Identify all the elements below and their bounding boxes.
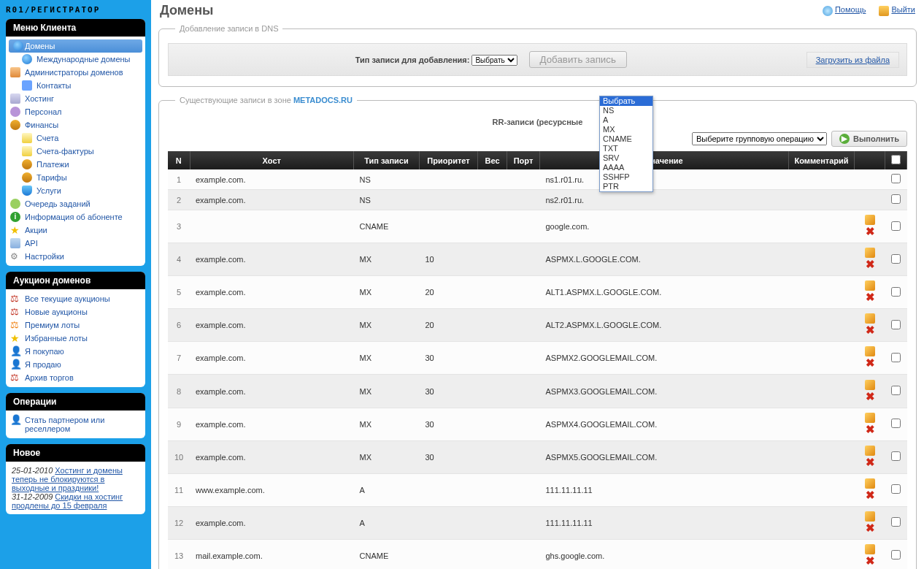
delete-icon[interactable]: ✖ bbox=[866, 423, 875, 435]
sidebar-item[interactable]: 👤Стать партнером или реселлером bbox=[6, 413, 145, 435]
load-from-file-link[interactable]: Загрузить из файла bbox=[806, 52, 899, 68]
dropdown-option[interactable]: TXT bbox=[600, 144, 652, 153]
dropdown-option[interactable]: SRV bbox=[600, 153, 652, 163]
sidebar-item[interactable]: ⚖Новые аукционы bbox=[6, 305, 145, 318]
delete-icon[interactable]: ✖ bbox=[866, 456, 875, 468]
dropdown-option[interactable]: AAAA bbox=[600, 163, 652, 172]
run-button[interactable]: ▶ Выполнить bbox=[831, 131, 907, 147]
edit-icon[interactable] bbox=[865, 280, 875, 291]
sidebar-item[interactable]: ⚖Все текущие аукционы bbox=[6, 292, 145, 305]
sidebar-item-label: Тарифы bbox=[36, 173, 67, 182]
comment-cell bbox=[789, 440, 855, 473]
weight-cell bbox=[478, 506, 507, 539]
invoice-icon bbox=[22, 146, 32, 156]
help-link[interactable]: Помощь bbox=[823, 5, 866, 15]
type-cell: MX bbox=[354, 440, 420, 473]
edit-icon[interactable] bbox=[865, 215, 875, 225]
dropdown-option[interactable]: SSHFP bbox=[600, 172, 652, 182]
table-row: 1example.com.NSns1.r01.ru. bbox=[168, 169, 907, 190]
row-checkbox[interactable] bbox=[891, 484, 901, 494]
edit-icon[interactable] bbox=[865, 313, 875, 324]
sidebar-item[interactable]: ⚙Настройки bbox=[6, 250, 145, 263]
delete-icon[interactable]: ✖ bbox=[866, 554, 875, 567]
sidebar-item[interactable]: API bbox=[6, 237, 145, 250]
delete-icon[interactable]: ✖ bbox=[866, 225, 875, 237]
group-operation-select[interactable]: Выберите групповую операцию bbox=[692, 132, 827, 145]
dropdown-option[interactable]: MX bbox=[600, 125, 652, 134]
row-number: 13 bbox=[168, 539, 190, 569]
edit-icon[interactable] bbox=[865, 248, 875, 258]
row-checkbox[interactable] bbox=[891, 287, 901, 297]
sidebar-item[interactable]: Услуги bbox=[6, 184, 145, 197]
row-checkbox[interactable] bbox=[891, 550, 901, 560]
row-checkbox[interactable] bbox=[891, 174, 901, 183]
weight-cell bbox=[478, 408, 507, 440]
record-type-dropdown[interactable]: ВыбратьNSAMXCNAMETXTSRVAAAASSHFPPTR bbox=[599, 96, 653, 192]
sidebar-item[interactable]: Домены bbox=[9, 39, 142, 53]
sidebar-item[interactable]: Персонал bbox=[6, 105, 145, 118]
checkbox-cell bbox=[885, 169, 907, 190]
sidebar-item[interactable]: Финансы bbox=[6, 118, 145, 131]
row-checkbox[interactable] bbox=[891, 451, 901, 461]
news-header: Новое bbox=[6, 444, 145, 462]
delete-icon[interactable]: ✖ bbox=[866, 522, 875, 534]
row-checkbox[interactable] bbox=[891, 517, 901, 527]
exit-link[interactable]: Выйти bbox=[879, 5, 915, 15]
sidebar-item[interactable]: iИнформация об абоненте bbox=[6, 210, 145, 224]
row-checkbox[interactable] bbox=[891, 386, 901, 395]
edit-icon[interactable] bbox=[865, 544, 875, 554]
edit-icon[interactable] bbox=[865, 346, 875, 356]
sidebar-item[interactable]: ⚖Архив торгов bbox=[6, 371, 145, 384]
sidebar-item[interactable]: 👤Я покупаю bbox=[6, 345, 145, 358]
sidebar-item[interactable]: Хостинг bbox=[6, 92, 145, 105]
add-record-button[interactable]: Добавить запись bbox=[529, 51, 627, 68]
select-all-checkbox[interactable] bbox=[891, 155, 901, 164]
sidebar-item[interactable]: ★Избранные лоты bbox=[6, 332, 145, 345]
dropdown-option[interactable]: A bbox=[600, 115, 652, 125]
row-checkbox[interactable] bbox=[891, 221, 901, 231]
sidebar-item[interactable]: Платежи bbox=[6, 158, 145, 171]
checkbox-cell bbox=[885, 276, 907, 309]
delete-icon[interactable]: ✖ bbox=[866, 258, 875, 270]
edit-icon[interactable] bbox=[865, 380, 875, 390]
sidebar-item[interactable]: Счета-фактуры bbox=[6, 145, 145, 158]
sidebar-item[interactable]: Администраторы доменов bbox=[6, 66, 145, 79]
actions-cell: ✖ bbox=[855, 440, 885, 473]
sidebar-item[interactable]: Тарифы bbox=[6, 171, 145, 184]
sidebar-item[interactable]: Очередь заданий bbox=[6, 197, 145, 210]
sidebar-item[interactable]: ★Акции bbox=[6, 224, 145, 237]
dropdown-option[interactable]: NS bbox=[600, 106, 652, 115]
sidebar-item[interactable]: ⚖Премиум лоты bbox=[6, 318, 145, 332]
priority-cell: 30 bbox=[420, 408, 478, 440]
edit-icon[interactable] bbox=[865, 446, 875, 456]
delete-icon[interactable]: ✖ bbox=[866, 324, 875, 336]
row-number: 11 bbox=[168, 473, 190, 506]
sidebar-item[interactable]: 👤Я продаю bbox=[6, 358, 145, 371]
row-checkbox[interactable] bbox=[891, 320, 901, 329]
dropdown-option[interactable]: PTR bbox=[600, 182, 652, 191]
edit-icon[interactable] bbox=[865, 511, 875, 522]
edit-icon[interactable] bbox=[865, 478, 875, 489]
table-header: Хост bbox=[190, 151, 354, 169]
delete-icon[interactable]: ✖ bbox=[866, 489, 875, 501]
row-number: 1 bbox=[168, 169, 190, 190]
row-checkbox[interactable] bbox=[891, 353, 901, 362]
delete-icon[interactable]: ✖ bbox=[866, 291, 875, 303]
sidebar-item[interactable]: Счета bbox=[6, 131, 145, 145]
value-cell: ALT2.ASPMX.L.GOOGLE.COM. bbox=[540, 309, 789, 342]
sidebar-item[interactable]: Международные домены bbox=[6, 53, 145, 66]
row-checkbox[interactable] bbox=[891, 419, 901, 428]
edit-icon[interactable] bbox=[865, 413, 875, 423]
sidebar-item[interactable]: Контакты bbox=[6, 79, 145, 92]
row-checkbox[interactable] bbox=[891, 194, 901, 204]
record-type-select[interactable]: Выбрать bbox=[471, 55, 517, 66]
delete-icon[interactable]: ✖ bbox=[866, 390, 875, 402]
auction-header: Аукцион доменов bbox=[6, 272, 145, 289]
row-checkbox[interactable] bbox=[891, 254, 901, 264]
priority-cell: 20 bbox=[420, 309, 478, 342]
delete-icon[interactable]: ✖ bbox=[866, 356, 875, 369]
dropdown-option[interactable]: Выбрать bbox=[600, 96, 652, 106]
sidebar-item-label: Домены bbox=[25, 42, 55, 50]
dropdown-option[interactable]: CNAME bbox=[600, 134, 652, 144]
queue-icon bbox=[10, 199, 20, 209]
